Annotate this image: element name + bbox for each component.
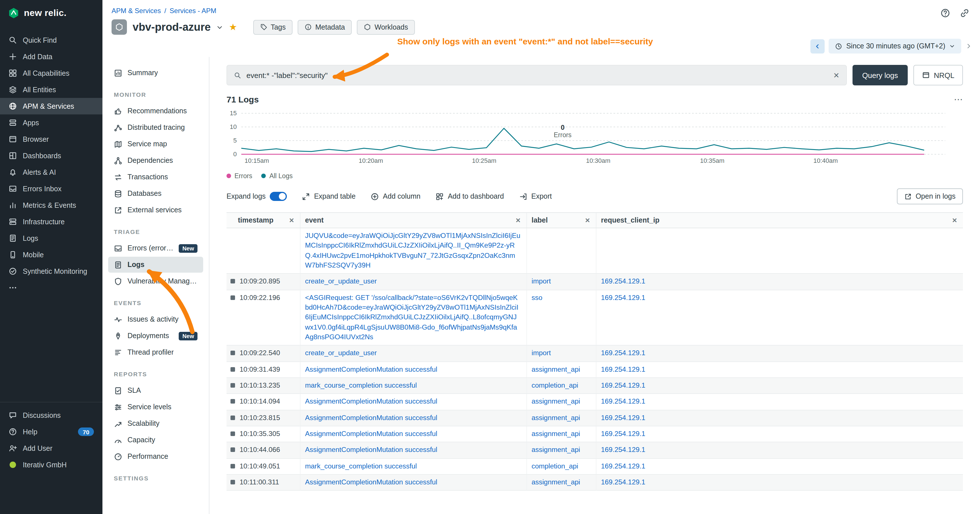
logs-query-searchbox[interactable] (226, 65, 847, 85)
subnav-item-errors-errors-inb[interactable]: Errors (errors inb... New (108, 240, 203, 256)
global-nav-item-apps[interactable]: Apps (0, 115, 102, 131)
column-header-timestamp[interactable]: timestamp (226, 213, 301, 228)
request-client-ip-link[interactable]: 169.254.129.1 (601, 349, 645, 357)
entity-switcher-chevron-icon[interactable] (216, 24, 223, 30)
label-link[interactable]: completion_api (531, 462, 578, 470)
breadcrumb-services-apm[interactable]: Services - APM (170, 7, 216, 15)
subnav-item-transactions[interactable]: Transactions (108, 169, 203, 185)
label-link[interactable]: assignment_api (531, 398, 580, 406)
subnav-item-databases[interactable]: Databases (108, 186, 203, 202)
label-link[interactable]: assignment_api (531, 365, 580, 373)
log-row-completion-api[interactable]: 10:10:49.051 mark_course_completion succ… (226, 458, 963, 475)
global-nav-item-logs[interactable]: Logs (0, 230, 102, 247)
global-nav-item-alerts-ai[interactable]: Alerts & AI (0, 164, 102, 180)
subnav-item-vulnerability-management[interactable]: Vulnerability Management (108, 273, 203, 289)
request-client-ip-link[interactable]: 169.254.129.1 (601, 398, 645, 406)
label-link[interactable]: assignment_api (531, 430, 580, 438)
export-button[interactable]: Export (519, 192, 552, 201)
request-client-ip-link[interactable]: 169.254.129.1 (601, 446, 645, 454)
global-nav-item-quick-find[interactable]: Quick Find (0, 32, 102, 48)
request-client-ip-link[interactable]: 169.254.129.1 (601, 365, 645, 373)
expand-logs-toggle-group[interactable]: Expand logs (226, 192, 287, 201)
global-nav-item-dashboards[interactable]: Dashboards (0, 147, 102, 164)
event-link[interactable]: JUQVU&code=eyJraWQiOiJjcGltY29yZV8wOTl1M… (305, 232, 520, 269)
subnav-item-sla[interactable]: SLA (108, 382, 203, 398)
breadcrumb-apm-services[interactable]: APM & Services (111, 7, 161, 15)
event-link[interactable]: <ASGIRequest: GET '/sso/callback/?state=… (305, 293, 519, 341)
query-logs-button[interactable]: Query logs (853, 65, 908, 85)
open-in-logs-button[interactable]: Open in logs (897, 188, 963, 204)
request-client-ip-link[interactable]: 169.254.129.1 (601, 478, 645, 486)
log-row-assignment-api[interactable]: 10:10:44.066 AssignmentCompletionMutatio… (226, 442, 963, 459)
logs-timeseries-chart[interactable]: 05101510:15am10:20am10:25am10:30am10:35a… (226, 110, 963, 165)
add-to-dashboard-button[interactable]: Add to dashboard (435, 192, 504, 201)
request-client-ip-link[interactable]: 169.254.129.1 (601, 430, 645, 438)
legend-item-all-logs[interactable]: All Logs (261, 172, 293, 179)
request-client-ip-link[interactable]: 169.254.129.1 (601, 293, 645, 301)
log-row-assignment-api[interactable]: 10:10:23.815 AssignmentCompletionMutatio… (226, 410, 963, 426)
subnav-item-capacity[interactable]: Capacity (108, 432, 203, 448)
entity-action-button-workloads[interactable]: Workloads (357, 20, 415, 35)
expand-table-button[interactable]: Expand table (302, 192, 356, 201)
clear-query-icon[interactable] (833, 72, 840, 79)
event-link[interactable]: AssignmentCompletionMutation successful (305, 430, 438, 438)
subnav-item-service-map[interactable]: Service map (108, 136, 203, 152)
subnav-item-deployments[interactable]: Deployments New (108, 328, 203, 344)
global-nav-item-metrics-events[interactable]: Metrics & Events (0, 197, 102, 213)
help-circle-icon[interactable] (940, 8, 950, 18)
global-nav-item-apm-services[interactable]: APM & Services (0, 98, 102, 115)
event-link[interactable]: mark_course_completion successful (305, 381, 417, 389)
log-row-assignment-api[interactable]: 10:11:00.311 AssignmentCompletionMutatio… (226, 475, 963, 491)
global-nav-item-errors-inbox[interactable]: Errors Inbox (0, 180, 102, 197)
global-nav-item[interactable] (0, 280, 102, 296)
global-nav-item-all-entities[interactable]: All Entities (0, 81, 102, 98)
log-row[interactable]: JUQVU&code=eyJraWQiOiJjcGltY29yZV8wOTl1M… (226, 228, 963, 274)
label-link[interactable]: assignment_api (531, 414, 580, 422)
request-client-ip-link[interactable]: 169.254.129.1 (601, 277, 645, 285)
global-nav-item-synthetic-monitoring[interactable]: Synthetic Monitoring (0, 263, 102, 280)
event-link[interactable]: AssignmentCompletionMutation successful (305, 478, 438, 486)
favorite-star-icon[interactable] (229, 22, 237, 32)
subnav-item-summary[interactable]: Summary (108, 65, 203, 81)
add-column-button[interactable]: Add column (371, 192, 420, 201)
subnav-item-logs[interactable]: Logs (108, 257, 203, 273)
event-link[interactable]: AssignmentCompletionMutation successful (305, 446, 438, 454)
global-nav-footer-item-iterativ-gmbh[interactable]: Iterativ GmbH (0, 457, 102, 473)
time-forward-chevron-icon[interactable] (965, 43, 972, 49)
log-row-assignment-api[interactable]: 10:10:35.305 AssignmentCompletionMutatio… (226, 426, 963, 442)
event-link[interactable]: create_or_update_user (305, 349, 377, 357)
column-header-event[interactable]: event (301, 213, 527, 228)
log-row-assignment-api[interactable]: 10:10:14.094 AssignmentCompletionMutatio… (226, 394, 963, 411)
newrelic-logo[interactable]: new relic. (0, 0, 102, 26)
permalink-icon[interactable] (959, 8, 970, 18)
event-link[interactable]: AssignmentCompletionMutation successful (305, 365, 438, 373)
subnav-item-distributed-tracing[interactable]: Distributed tracing (108, 119, 203, 135)
chart-more-menu-icon[interactable] (954, 95, 963, 104)
subnav-item-thread-profiler[interactable]: Thread profiler (108, 344, 203, 360)
event-link[interactable]: mark_course_completion successful (305, 462, 417, 470)
event-link[interactable]: AssignmentCompletionMutation successful (305, 398, 438, 406)
time-back-button[interactable] (810, 39, 825, 53)
chart-canvas[interactable]: 05101510:15am10:20am10:25am10:30am10:35a… (226, 110, 963, 165)
event-link[interactable]: create_or_update_user (305, 277, 377, 285)
label-link[interactable]: import (531, 277, 551, 285)
entity-action-button-tags[interactable]: Tags (253, 20, 293, 35)
global-nav-item-infrastructure[interactable]: Infrastructure (0, 213, 102, 230)
subnav-item-issues-activity[interactable]: Issues & activity (108, 311, 203, 327)
remove-column-icon[interactable] (952, 217, 957, 223)
label-link[interactable]: import (531, 349, 551, 357)
entity-action-button-metadata[interactable]: Metadata (298, 20, 352, 35)
label-link[interactable]: completion_api (531, 381, 578, 389)
nrql-button[interactable]: NRQL (913, 65, 963, 85)
subnav-item-scalability[interactable]: Scalability (108, 415, 203, 431)
subnav-item-dependencies[interactable]: Dependencies (108, 153, 203, 169)
subnav-item-external-services[interactable]: External services (108, 202, 203, 218)
request-client-ip-link[interactable]: 169.254.129.1 (601, 462, 645, 470)
log-row-completion-api[interactable]: 10:10:13.235 mark_course_completion succ… (226, 378, 963, 394)
global-nav-footer-item-add-user[interactable]: Add User (0, 440, 102, 457)
request-client-ip-link[interactable]: 169.254.129.1 (601, 381, 645, 389)
global-nav-footer-item-discussions[interactable]: Discussions (0, 407, 102, 423)
remove-column-icon[interactable] (585, 217, 590, 223)
global-nav-item-mobile[interactable]: Mobile (0, 247, 102, 263)
time-range-picker[interactable]: Since 30 minutes ago (GMT+2) (829, 39, 961, 54)
